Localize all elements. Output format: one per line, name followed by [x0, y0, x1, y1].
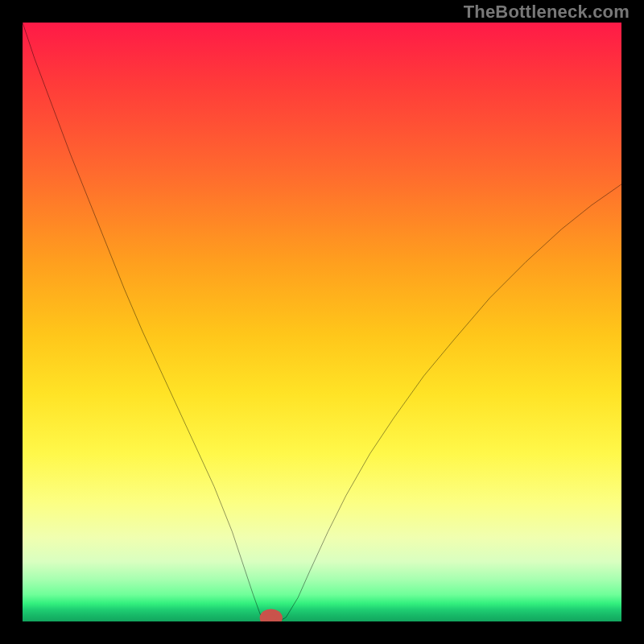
plot-area — [23, 23, 621, 621]
bottleneck-curve — [23, 23, 621, 621]
optimum-marker — [262, 612, 279, 621]
chart-svg — [23, 23, 621, 621]
watermark-text: TheBottleneck.com — [464, 2, 630, 23]
figure-frame: TheBottleneck.com — [0, 0, 644, 644]
